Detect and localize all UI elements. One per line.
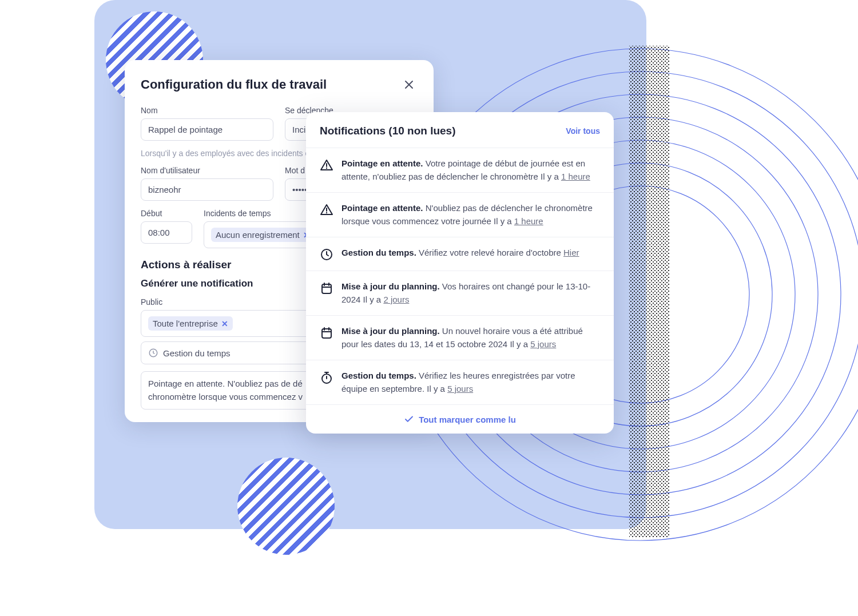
- incident-tag-label: Aucun enregistrement: [216, 230, 300, 240]
- notification-item[interactable]: Pointage en attente. N'oubliez pas de dé…: [306, 192, 614, 237]
- notification-item[interactable]: Gestion du temps. Vérifiez les heures en…: [306, 360, 614, 404]
- decor-stripes-bottom: [237, 458, 335, 555]
- notification-body: Mise à jour du planning. Un nouvel horai…: [341, 325, 600, 351]
- mark-all-read-label: Tout marquer comme lu: [419, 415, 516, 424]
- stopwatch-icon: [320, 371, 333, 384]
- notification-title: Gestion du temps.: [341, 371, 419, 380]
- notification-title: Pointage en attente.: [341, 158, 426, 168]
- notification-time-link[interactable]: 2 jours: [383, 295, 409, 304]
- notification-list: Pointage en attente. Votre pointage de d…: [306, 148, 614, 404]
- public-tag: Toute l'entreprise ✕: [148, 316, 233, 331]
- notification-body: Mise à jour du planning. Vos horaires on…: [341, 280, 600, 306]
- username-input[interactable]: [141, 178, 273, 201]
- mark-all-read-button[interactable]: Tout marquer comme lu: [306, 404, 614, 434]
- notification-body: Pointage en attente. N'oubliez pas de dé…: [341, 202, 600, 228]
- clock-icon: [320, 248, 333, 261]
- alert-icon: [320, 203, 333, 217]
- alert-icon: [320, 158, 333, 172]
- notification-item[interactable]: Gestion du temps. Vérifiez votre relevé …: [306, 237, 614, 271]
- notification-title: Mise à jour du planning.: [341, 326, 442, 336]
- notification-time-link[interactable]: 1 heure: [514, 216, 543, 226]
- calendar-icon: [320, 326, 333, 340]
- notification-item[interactable]: Mise à jour du planning. Vos horaires on…: [306, 271, 614, 315]
- see-all-link[interactable]: Voir tous: [566, 126, 600, 136]
- notification-body: Pointage en attente. Votre pointage de d…: [341, 157, 600, 183]
- notification-body: Gestion du temps. Vérifiez les heures en…: [341, 369, 600, 395]
- username-label: Nom d'utilisateur: [141, 166, 273, 175]
- notification-time-link[interactable]: 5 jours: [530, 339, 556, 349]
- notification-title: Mise à jour du planning.: [341, 281, 442, 291]
- start-label: Début: [141, 209, 192, 218]
- notification-body: Gestion du temps. Vérifiez votre relevé …: [341, 247, 579, 260]
- notification-time-link[interactable]: 5 jours: [447, 384, 473, 394]
- check-icon: [404, 414, 414, 424]
- notification-time-link[interactable]: 1 heure: [561, 172, 590, 181]
- incident-tag: Aucun enregistrement ✕: [211, 228, 315, 242]
- notifications-title: Notifications (10 non lues): [320, 125, 456, 137]
- name-label: Nom: [141, 106, 273, 115]
- modal-title: Configuration du flux de travail: [141, 77, 327, 92]
- close-button[interactable]: [400, 76, 418, 93]
- category-value: Gestion du temps: [163, 348, 231, 358]
- notification-title: Pointage en attente.: [341, 203, 426, 213]
- start-time-input[interactable]: [141, 221, 192, 244]
- public-tag-label: Toute l'entreprise: [153, 319, 218, 328]
- decor-noise: [629, 46, 669, 538]
- calendar-icon: [320, 281, 333, 295]
- notification-title: Gestion du temps.: [341, 248, 419, 257]
- notification-item[interactable]: Mise à jour du planning. Un nouvel horai…: [306, 315, 614, 360]
- close-icon: [404, 80, 414, 89]
- notification-text: Vérifiez votre relevé horaire d'octobre: [419, 248, 563, 257]
- name-input[interactable]: [141, 118, 273, 141]
- clock-icon: [148, 348, 158, 358]
- notification-item[interactable]: Pointage en attente. Votre pointage de d…: [306, 148, 614, 192]
- notifications-panel: Notifications (10 non lues) Voir tous Po…: [306, 112, 614, 434]
- remove-public-tag-icon[interactable]: ✕: [221, 319, 228, 328]
- notification-time-link[interactable]: Hier: [563, 248, 579, 257]
